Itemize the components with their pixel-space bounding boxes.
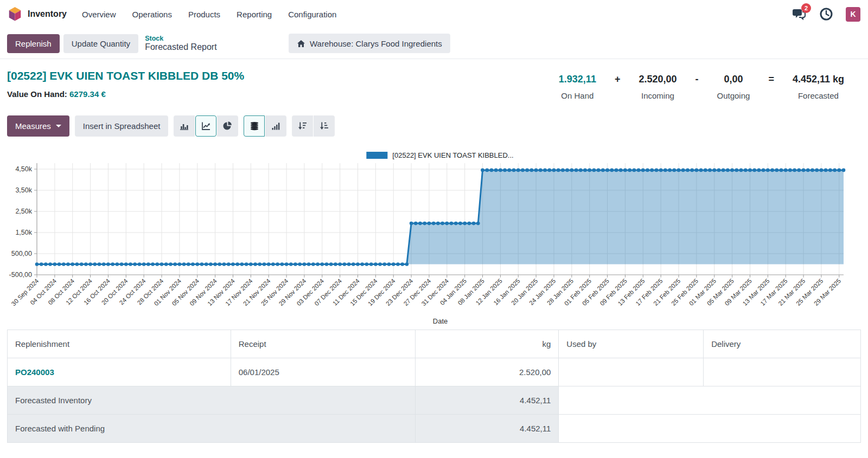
footer-kg-value: 4.452,11	[415, 386, 559, 415]
y-axis-tick-label: 3,50k	[15, 186, 32, 194]
breadcrumb-current-page: Forecasted Report	[145, 42, 217, 52]
pie-chart-icon	[223, 121, 232, 131]
systray: 2 K	[792, 7, 860, 22]
stat-label: Outgoing	[717, 91, 750, 100]
menu-operations[interactable]: Operations	[132, 10, 172, 19]
y-axis-tick-label: 500,00	[11, 250, 32, 257]
cell-receipt: 06/01/2025	[231, 358, 415, 386]
table-row: PO24000306/01/20252.520,00	[8, 358, 861, 386]
messages-count-badge: 2	[801, 3, 811, 13]
stat-value: 2.520,00	[639, 74, 676, 85]
cell-used-by	[559, 358, 704, 386]
stat-outgoing: 0,00Outgoing	[717, 74, 750, 100]
chart-type-group	[174, 115, 238, 137]
update-quantity-button[interactable]: Update Quantity	[63, 34, 138, 53]
replenish-button[interactable]: Replenish	[7, 34, 60, 53]
sort-descending-button[interactable]	[292, 115, 313, 137]
cell-kg: 2.520,00	[415, 358, 559, 386]
stat-on-hand: 1.932,11On Hand	[559, 74, 596, 100]
stat-operator: =	[768, 74, 774, 85]
chart-type-line-button[interactable]	[195, 115, 216, 137]
stat-label: Forecasted	[793, 91, 844, 100]
x-axis-title: Date	[433, 317, 448, 325]
y-axis-tick-label: 1,50k	[15, 229, 32, 236]
menu-reporting[interactable]: Reporting	[237, 10, 272, 19]
forecast-stats: 1.932,11On Hand+2.520,00Incoming-0,00Out…	[559, 74, 844, 100]
messages-icon[interactable]: 2	[792, 7, 807, 22]
ascending-bars-icon	[271, 121, 280, 131]
stat-value: 0,00	[717, 74, 750, 85]
sort-amount-desc-icon	[298, 121, 307, 131]
column-header-kg: kg	[415, 330, 559, 358]
y-axis-tick-label: -500,00	[9, 271, 32, 279]
footer-label: Forecasted Inventory	[8, 386, 416, 415]
replenishment-table: ReplenishmentReceiptkgUsed byDelivery PO…	[7, 330, 861, 443]
stack-icon	[250, 121, 259, 131]
measures-toolbar: Measures Insert in Spreadsheet	[7, 115, 335, 137]
footer-empty-cell	[559, 386, 861, 415]
value-on-hand-label: Value On Hand:	[7, 89, 67, 99]
sort-ascending-button[interactable]	[314, 115, 335, 137]
column-header-used-by: Used by	[559, 330, 704, 358]
menu-products[interactable]: Products	[188, 10, 220, 19]
bar-chart-icon	[180, 121, 189, 131]
chart-options-group	[244, 115, 286, 137]
control-bar: Replenish Update Quantity Stock Forecast…	[0, 28, 868, 59]
product-header: [02522] EVK UIEN TOAST KIBBLED DB 50% Va…	[7, 69, 244, 99]
menu-overview[interactable]: Overview	[82, 10, 116, 19]
sort-amount-asc-icon	[320, 121, 329, 131]
table-footer-row: Forecasted with Pending4.452,11	[8, 415, 861, 443]
stat-label: On Hand	[559, 91, 596, 100]
chart-type-bar-button[interactable]	[174, 115, 195, 137]
user-avatar[interactable]: K	[846, 7, 860, 22]
stat-value: 4.452,11 kg	[793, 74, 844, 85]
menu-configuration[interactable]: Configuration	[288, 10, 336, 19]
app-name[interactable]: Inventory	[28, 9, 67, 19]
y-axis-tick-label: 2,50k	[15, 208, 32, 215]
caret-down-icon	[56, 125, 61, 127]
footer-empty-cell	[559, 415, 861, 443]
warehouse-filter-facet[interactable]: Warehouse: Clarys Food Ingredients	[289, 34, 450, 53]
stat-operator: +	[615, 74, 621, 85]
chart-type-pie-button[interactable]	[217, 115, 238, 137]
y-axis-tick-label: 4,50k	[15, 165, 32, 173]
stat-value: 1.932,11	[559, 74, 596, 85]
column-header-replenishment: Replenishment	[8, 330, 231, 358]
replenishment-order-link[interactable]: PO240003	[15, 367, 54, 377]
stat-incoming: 2.520,00Incoming	[639, 74, 676, 100]
activities-clock-icon[interactable]	[819, 7, 834, 22]
column-header-receipt: Receipt	[231, 330, 415, 358]
cell-replenishment: PO240003	[8, 358, 231, 386]
breadcrumb: Stock Forecasted Report	[145, 35, 217, 53]
value-on-hand-amount: 6279.34 €	[69, 89, 106, 99]
product-title[interactable]: [02522] EVK UIEN TOAST KIBBLED DB 50%	[7, 69, 244, 82]
breadcrumb-stock-link[interactable]: Stock	[145, 35, 217, 42]
cell-delivery	[704, 358, 861, 386]
line-chart-icon	[201, 121, 210, 131]
inventory-app-icon[interactable]	[8, 7, 22, 22]
stat-forecasted: 4.452,11 kgForecasted	[793, 74, 844, 100]
cumulative-toggle-button[interactable]	[265, 115, 286, 137]
top-navbar: Inventory OverviewOperationsProductsRepo…	[0, 0, 868, 28]
home-icon	[297, 40, 305, 48]
stacked-toggle-button[interactable]	[244, 115, 265, 137]
measures-dropdown-button[interactable]: Measures	[7, 115, 69, 137]
forecast-chart[interactable]: 4,50k3,50k2,50k1,50k500,00-500,0030 Sep …	[0, 144, 868, 330]
table-footer-row: Forecasted Inventory4.452,11	[8, 386, 861, 415]
value-on-hand: Value On Hand: 6279.34 €	[7, 89, 244, 99]
stat-label: Incoming	[639, 91, 676, 100]
column-header-delivery: Delivery	[704, 330, 861, 358]
warehouse-filter-label: Warehouse: Clarys Food Ingredients	[310, 39, 442, 48]
footer-kg-value: 4.452,11	[415, 415, 559, 443]
sort-group	[292, 115, 335, 137]
footer-label: Forecasted with Pending	[8, 415, 416, 443]
stat-operator: -	[695, 74, 699, 85]
insert-in-spreadsheet-button[interactable]: Insert in Spreadsheet	[75, 115, 169, 137]
nav-menu: OverviewOperationsProductsReportingConfi…	[82, 10, 336, 19]
